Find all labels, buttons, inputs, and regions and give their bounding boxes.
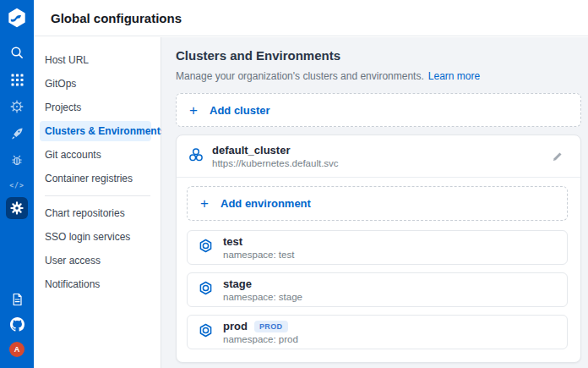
environment-row-test[interactable]: test namespace: test [187, 230, 568, 265]
sidebar-item-gitops[interactable]: GitOps [40, 74, 151, 94]
sidebar-item-container-registries[interactable]: Container registries [40, 168, 151, 189]
document-icon[interactable] [0, 288, 34, 310]
cluster-environments-section: + Add environment test namespace: test [177, 178, 580, 362]
sidebar-divider [45, 195, 150, 196]
settings-gear-icon[interactable] [6, 197, 28, 219]
avatar[interactable]: A [9, 342, 24, 357]
environment-row-prod[interactable]: prod PROD namespace: prod [187, 315, 568, 349]
environment-namespace: namespace: stage [223, 292, 302, 302]
environment-row-stage[interactable]: stage namespace: stage [187, 272, 568, 307]
rocket-icon[interactable] [0, 123, 34, 145]
apps-grid-icon[interactable] [0, 69, 34, 91]
section-title: Clusters and Environments [176, 48, 581, 63]
sidebar-item-sso-login-services[interactable]: SSO login services [40, 227, 151, 247]
devtron-logo-icon [0, 7, 34, 29]
sidebar-item-host-url[interactable]: Host URL [40, 50, 151, 70]
edit-cluster-button[interactable] [548, 147, 567, 166]
cluster-card: default_cluster https://kubernetes.defau… [176, 135, 581, 363]
sidebar-item-chart-repositories[interactable]: Chart repositories [40, 203, 151, 223]
add-environment-button[interactable]: + Add environment [187, 186, 568, 221]
sidebar-item-clusters-environments[interactable]: Clusters & Environments [40, 121, 151, 141]
cluster-name: default_cluster [212, 144, 339, 157]
add-cluster-label: Add cluster [210, 104, 270, 117]
environment-text: prod PROD namespace: prod [223, 320, 298, 344]
cluster-icon [188, 146, 204, 167]
search-icon[interactable] [0, 41, 34, 63]
config-sidebar: Host URL GitOps Projects Clusters & Envi… [34, 37, 161, 368]
subtitle-text: Manage your organization's clusters and … [176, 70, 424, 82]
sidebar-item-notifications[interactable]: Notifications [40, 274, 151, 294]
cluster-url: https://kubernetes.default.svc [212, 158, 339, 168]
top-bar: Global configurations [34, 0, 588, 36]
main-content: Clusters and Environments Manage your or… [161, 37, 588, 368]
add-cluster-button[interactable]: + Add cluster [176, 93, 581, 127]
prod-badge: PROD [254, 321, 288, 332]
environment-icon [199, 323, 213, 341]
add-environment-label: Add environment [220, 197, 311, 210]
environment-namespace: namespace: prod [223, 334, 298, 344]
sidebar-item-user-access[interactable]: User access [40, 250, 151, 271]
section-subtitle: Manage your organization's clusters and … [176, 70, 581, 82]
sidebar-item-projects[interactable]: Projects [40, 97, 151, 118]
helm-wheel-icon[interactable] [0, 96, 34, 118]
environment-name: stage [223, 277, 252, 290]
environment-name: prod [223, 320, 248, 332]
environment-icon [199, 281, 213, 299]
environment-text: stage namespace: stage [223, 277, 302, 302]
cluster-header-row: default_cluster https://kubernetes.defau… [177, 135, 580, 178]
bug-icon[interactable] [0, 150, 34, 172]
page-title: Global configurations [51, 11, 182, 25]
learn-more-link[interactable]: Learn more [428, 70, 480, 82]
sidebar-item-git-accounts[interactable]: Git accounts [40, 145, 151, 165]
plus-icon: + [200, 196, 209, 211]
plus-icon: + [189, 103, 198, 118]
github-icon[interactable] [0, 313, 34, 335]
environment-icon [199, 239, 213, 256]
primary-nav-rail: </> A [0, 0, 34, 368]
code-icon[interactable]: </> [0, 174, 34, 196]
environment-text: test namespace: test [223, 235, 294, 260]
environment-namespace: namespace: test [223, 250, 294, 260]
cluster-title-block: default_cluster https://kubernetes.defau… [212, 144, 339, 168]
environment-name: test [223, 235, 242, 248]
